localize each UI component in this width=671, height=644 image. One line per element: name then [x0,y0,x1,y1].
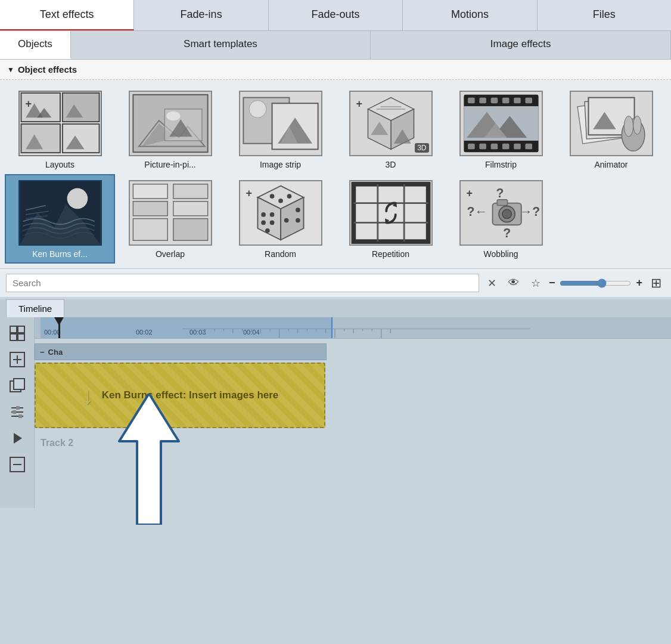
timeline-content: 00:00 00:02 00:03 00:04 [35,317,671,508]
tab-fade-ins[interactable]: Fade-ins [134,0,268,30]
svg-point-14 [166,112,180,120]
section-collapse-arrow[interactable]: ▼ [7,66,14,74]
toolbar-remove-button[interactable] [6,453,29,476]
svg-rect-37 [502,144,509,150]
svg-rect-62 [173,219,207,241]
toolbar-grid-button[interactable] [6,322,29,345]
effect-label-random: Random [265,249,296,259]
playhead-head [54,317,64,326]
effect-label-layouts: Layouts [45,160,74,169]
search-bar: ✕ 👁 ☆ − + ⊞ [0,268,671,297]
zoom-fit-button[interactable]: ⊞ [647,274,665,292]
timeline-body: 00:00 00:02 00:03 00:04 [0,317,671,508]
effect-image-strip[interactable]: Image strip [225,85,336,174]
track2-label: Track 2 [35,433,671,451]
zoom-slider[interactable] [560,278,631,288]
effect-thumb-layouts: + [18,91,102,156]
effect-3d[interactable]: + 3D 3D [336,85,446,174]
svg-rect-94 [10,334,17,340]
tab-files[interactable]: Files [538,0,671,30]
svg-point-49 [624,116,633,137]
tab-motions[interactable]: Motions [403,0,537,30]
svg-point-17 [249,100,266,117]
svg-point-68 [278,199,283,203]
svg-point-76 [265,228,269,233]
effect-repetition[interactable]: Repetition [336,174,446,264]
effect-animator[interactable]: Animator [556,85,666,174]
ken-burns-drop-zone[interactable]: ↓ Ken Burns effect: Insert images here [35,363,325,428]
svg-point-72 [261,212,266,217]
top-tab-bar: Text effects Fade-ins Fade-outs Motions … [0,0,671,31]
effect-label-animator: Animator [594,160,627,169]
svg-rect-32 [514,98,521,104]
svg-rect-34 [468,144,475,150]
track2-row: Track 2 [35,433,671,451]
toolbar-add-track-button[interactable] [6,348,29,371]
plus-badge-layouts: + [26,98,32,110]
svg-point-74 [261,221,266,225]
effects-panel: ▼ Object effects + [0,60,671,297]
tab-text-effects[interactable]: Text effects [0,0,134,30]
effect-label-overlap: Overlap [156,249,185,259]
tab-image-effects[interactable]: Image effects [371,31,671,59]
search-input[interactable] [6,274,479,292]
effect-filmstrip[interactable]: Filmstrip [446,85,556,174]
timeline-playhead[interactable] [58,317,60,338]
effect-picture-in-pi[interactable]: Picture-in-pi... [115,85,225,174]
toolbar-play-button[interactable] [6,427,29,450]
effect-overlap[interactable]: Overlap [115,174,225,264]
second-tab-bar: Objects Smart templates Image effects [0,31,671,60]
search-clear-button[interactable]: ✕ [484,275,500,291]
effect-layouts[interactable]: + Layouts [5,85,115,174]
svg-rect-61 [133,219,167,241]
effect-thumb-animator [570,91,653,156]
svg-rect-38 [514,144,521,150]
svg-rect-29 [479,98,486,104]
effect-ken-burns[interactable]: Ken Burns ef... [5,174,115,264]
badge-3d-label: 3D [415,143,428,153]
tab-fade-outs[interactable]: Fade-outs [269,0,403,30]
toolbar-arrange-button[interactable] [6,401,29,423]
effect-thumb-imagestrip [239,91,322,156]
effect-label-wobbling: Wobbling [483,249,518,259]
timeline-tab[interactable]: Timeline [6,299,64,317]
ken-burns-down-arrow: ↓ [82,382,94,409]
section-header: ▼ Object effects [0,60,671,80]
plus-badge-random: + [246,187,253,200]
tab-objects[interactable]: Objects [0,31,71,59]
svg-point-53 [67,188,88,209]
plus-badge-3d: + [356,98,363,110]
effect-wobbling[interactable]: + ? ?← →? ? Wobblin [446,174,556,264]
svg-rect-39 [525,144,532,150]
svg-point-69 [296,208,300,212]
svg-point-67 [287,194,291,199]
svg-rect-105 [13,410,16,414]
timeline-toolbar [0,317,35,508]
svg-rect-57 [133,184,167,199]
svg-text:?←: ?← [467,205,487,218]
effect-label-3d: 3D [386,160,396,169]
svg-point-50 [633,116,641,134]
chapter-track-row: − Cha [35,343,671,360]
chapter-collapse-button[interactable]: − [40,348,45,357]
effect-thumb-overlap [129,180,212,246]
tab-smart-templates[interactable]: Smart templates [71,31,371,59]
toolbar-duplicate-button[interactable] [6,374,29,397]
svg-rect-35 [479,144,486,150]
svg-text:?: ? [503,226,511,240]
plus-badge-wobbling: + [467,187,473,200]
effect-random[interactable]: + [225,174,336,264]
zoom-in-button[interactable]: + [636,277,642,289]
svg-point-66 [269,194,274,199]
svg-marker-107 [14,433,22,444]
svg-rect-77 [353,184,428,242]
svg-rect-104 [16,406,20,410]
svg-rect-92 [10,326,17,333]
effect-thumb-random: + [239,180,322,246]
favorites-button[interactable]: ☆ [527,275,544,291]
svg-rect-100 [14,379,24,389]
svg-rect-58 [173,184,207,199]
zoom-out-button[interactable]: − [549,277,555,289]
visibility-toggle-button[interactable]: 👁 [505,275,523,290]
effect-label-kenburns: Ken Burns ef... [32,249,88,259]
